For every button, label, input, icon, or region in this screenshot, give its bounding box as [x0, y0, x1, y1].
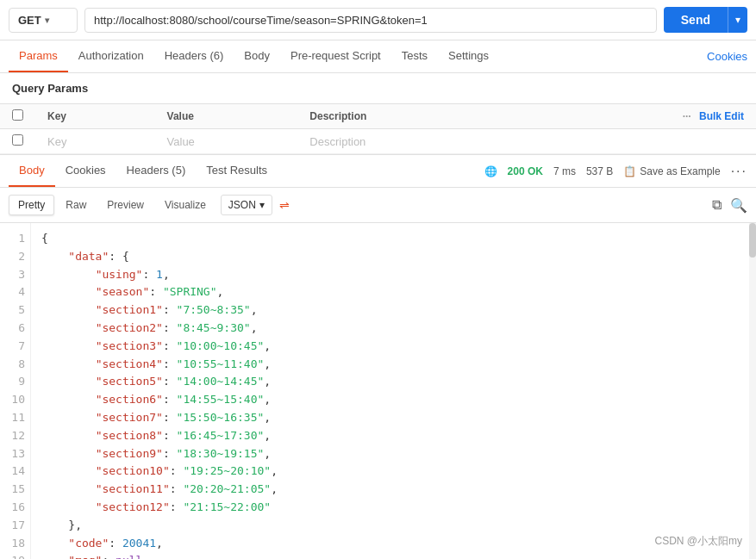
- url-input[interactable]: [84, 8, 657, 33]
- method-text: GET: [18, 14, 41, 27]
- tab-body-response[interactable]: Body: [9, 155, 55, 187]
- save-example-label: Save as Example: [640, 165, 720, 177]
- col-key: Key: [35, 104, 155, 129]
- tab-settings[interactable]: Settings: [438, 40, 499, 72]
- save-example-button[interactable]: 📋 Save as Example: [623, 165, 720, 177]
- code-area: 12345 678910 1112131415 16171819 { "data…: [0, 223, 756, 559]
- json-dropdown-icon: ▾: [259, 199, 265, 211]
- tab-test-results[interactable]: Test Results: [196, 155, 278, 187]
- tab-cookies-response[interactable]: Cookies: [55, 155, 116, 187]
- json-type-select[interactable]: JSON ▾: [221, 195, 272, 215]
- fmt-pretty[interactable]: Pretty: [9, 195, 54, 215]
- response-time: 7 ms: [553, 165, 576, 177]
- tab-params[interactable]: Params: [9, 40, 68, 72]
- params-description-cell[interactable]: Description: [297, 129, 520, 154]
- col-dots: ···: [683, 110, 691, 122]
- tab-body[interactable]: Body: [234, 40, 280, 72]
- params-table: Key Value Description ··· Bulk Edit Key …: [0, 103, 756, 154]
- url-bar: GET ▾ Send ▾: [0, 0, 756, 40]
- tab-tests[interactable]: Tests: [391, 40, 438, 72]
- globe-icon: 🌐: [484, 165, 497, 177]
- response-status: 200 OK: [508, 165, 543, 177]
- response-size: 537 B: [586, 165, 613, 177]
- scrollbar-thumb[interactable]: [749, 223, 756, 258]
- method-dropdown-icon: ▾: [45, 16, 49, 25]
- bulk-edit-link[interactable]: Bulk Edit: [699, 110, 744, 122]
- json-type-label: JSON: [228, 199, 256, 211]
- format-right-icons: ⧉ 🔍: [712, 197, 747, 214]
- filter-icon[interactable]: ⇌: [279, 198, 290, 212]
- fmt-preview[interactable]: Preview: [97, 195, 153, 215]
- json-code-content[interactable]: { "data": { "using": 1, "season": "SPRIN…: [31, 223, 756, 559]
- cookies-link[interactable]: Cookies: [707, 41, 747, 71]
- params-value-cell[interactable]: Value: [155, 129, 298, 154]
- params-row-checkbox[interactable]: [12, 134, 23, 146]
- response-meta: 🌐 200 OK 7 ms 537 B 📋 Save as Example ··…: [484, 164, 747, 179]
- params-select-all[interactable]: [12, 109, 23, 121]
- save-icon: 📋: [623, 165, 636, 177]
- response-more-options[interactable]: ···: [731, 164, 747, 179]
- format-bar: Pretty Raw Preview Visualize JSON ▾ ⇌ ⧉ …: [0, 188, 756, 223]
- params-key-cell[interactable]: Key: [35, 129, 155, 154]
- send-button[interactable]: Send: [664, 7, 728, 33]
- response-tabs-row: Body Cookies Headers (5) Test Results 🌐 …: [0, 155, 756, 188]
- copy-icon[interactable]: ⧉: [712, 197, 722, 213]
- col-description: Description: [297, 104, 520, 129]
- send-button-group: Send ▾: [664, 7, 747, 33]
- params-empty-row: Key Value Description: [0, 129, 756, 154]
- tab-headers-response[interactable]: Headers (5): [116, 155, 197, 187]
- query-params-title: Query Params: [0, 73, 756, 103]
- fmt-visualize[interactable]: Visualize: [155, 195, 216, 215]
- fmt-raw[interactable]: Raw: [56, 195, 96, 215]
- col-value: Value: [155, 104, 298, 129]
- request-tabs-row: Params Authorization Headers (6) Body Pr…: [0, 40, 756, 73]
- tab-pre-request-script[interactable]: Pre-request Script: [280, 40, 391, 72]
- tab-headers[interactable]: Headers (6): [154, 40, 234, 72]
- line-numbers: 12345 678910 1112131415 16171819: [0, 223, 31, 559]
- tab-authorization[interactable]: Authorization: [68, 40, 154, 72]
- method-select[interactable]: GET ▾: [9, 8, 78, 33]
- watermark: CSDN @小太阳my: [649, 532, 747, 550]
- search-icon[interactable]: 🔍: [730, 197, 747, 214]
- send-dropdown-arrow[interactable]: ▾: [728, 7, 747, 33]
- scrollbar[interactable]: [749, 223, 756, 559]
